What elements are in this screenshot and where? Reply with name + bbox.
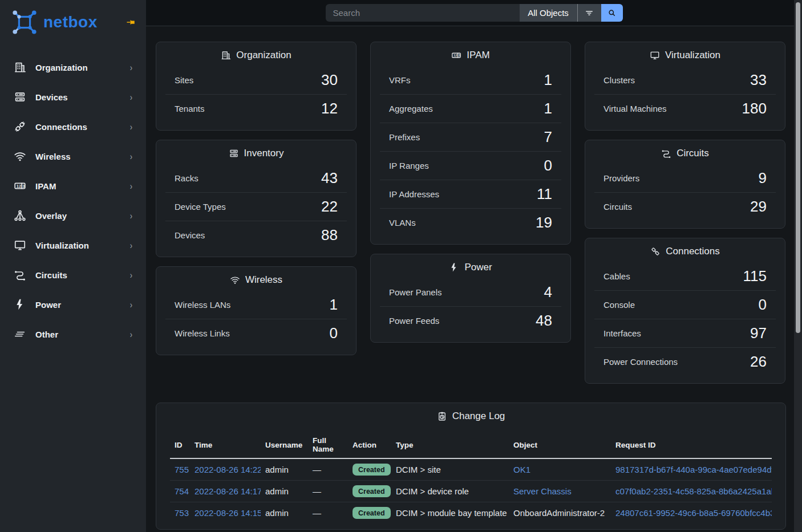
change-object-link[interactable]: Server Chassis [513, 486, 572, 496]
stat-list: Sites 30 Tenants 12 [156, 66, 356, 130]
stat-label: Power Feeds [389, 316, 439, 326]
wifi-icon [230, 275, 240, 285]
stat-row-device-types[interactable]: Device Types 22 [165, 192, 347, 221]
chevron-right-icon: › [130, 329, 132, 340]
stat-row-virtual-machines[interactable]: Virtual Machines 180 [594, 94, 776, 123]
card-title: Circuits [677, 148, 709, 159]
changelog-header: Change Log [156, 403, 785, 427]
dashboard-column-2: IPAM VRFs 1 Aggregates 1 Prefixes 7 [370, 42, 571, 384]
stat-row-sites[interactable]: Sites 30 [165, 66, 347, 94]
search-filter-button[interactable] [577, 4, 601, 22]
stat-row-circuits[interactable]: Circuits 29 [594, 192, 776, 221]
stat-row-vlans[interactable]: VLANs 19 [380, 208, 561, 237]
card-title: Virtualization [665, 50, 720, 61]
search-scope-dropdown[interactable]: All Objects [520, 4, 577, 22]
card-title: Inventory [244, 148, 284, 159]
chevron-right-icon: › [130, 151, 132, 162]
card-title: Power [464, 262, 492, 273]
sidebar-item-devices[interactable]: Devices › [0, 82, 146, 112]
transit-connection-icon [661, 148, 671, 159]
chevron-right-icon: › [130, 92, 132, 103]
search-input[interactable] [326, 4, 520, 22]
stat-label: Console [603, 300, 635, 310]
stat-list: Racks 43 Device Types 22 Devices 88 [156, 164, 356, 257]
change-id-link[interactable]: 754 [175, 486, 189, 496]
stat-row-providers[interactable]: Providers 9 [594, 164, 776, 192]
change-time-link[interactable]: 2022-08-26 14:17 [195, 486, 261, 496]
sidebar-item-power[interactable]: Power › [0, 290, 146, 319]
stat-row-console[interactable]: Console 0 [594, 290, 776, 319]
sidebar-item-circuits[interactable]: Circuits › [0, 260, 146, 290]
sidebar-item-ipam[interactable]: IPAM › [0, 171, 146, 201]
stat-label: Wireless LANs [175, 300, 230, 310]
sidebar-item-overlay[interactable]: Overlay › [0, 201, 146, 230]
sidebar-item-label: Organization [35, 63, 88, 72]
change-id-link[interactable]: 755 [175, 465, 189, 474]
stat-list: Clusters 33 Virtual Machines 180 [585, 66, 785, 130]
stat-row-interfaces[interactable]: Interfaces 97 [594, 319, 776, 347]
change-object-link[interactable]: OK1 [513, 465, 530, 474]
dashboard-column-3: Virtualization Clusters 33 Virtual Machi… [585, 42, 785, 384]
sidebar-item-wireless[interactable]: Wireless › [0, 141, 146, 171]
stat-value: 26 [750, 354, 767, 369]
col-header-object: Object [509, 432, 611, 458]
stat-row-aggregates[interactable]: Aggregates 1 [380, 94, 561, 123]
col-header-action: Action [348, 432, 391, 458]
stat-value: 0 [544, 158, 552, 173]
card-header: IPAM [371, 42, 570, 66]
stat-value: 30 [321, 72, 338, 88]
sidebar-item-virtualization[interactable]: Virtualization › [0, 230, 146, 260]
stat-row-power-connections[interactable]: Power Connections 26 [594, 347, 776, 376]
stat-row-cables[interactable]: Cables 115 [594, 262, 776, 290]
stat-row-power-panels[interactable]: Power Panels 4 [380, 278, 561, 306]
change-time-link[interactable]: 2022-08-26 14:15 [195, 508, 261, 518]
stat-row-wireless-lans[interactable]: Wireless LANs 1 [165, 291, 347, 319]
change-requestid-link[interactable]: c07f0ab2-2351-4c58-825a-8b6a2425a1ab [615, 486, 772, 496]
stat-row-devices[interactable]: Devices 88 [165, 221, 347, 249]
stat-label: Power Connections [603, 357, 678, 367]
stat-row-wireless-links[interactable]: Wireless Links 0 [165, 319, 347, 347]
stat-label: Virtual Machines [603, 104, 667, 113]
stat-label: Circuits [603, 202, 632, 212]
sidebar-item-label: Overlay [35, 211, 67, 221]
change-requestid-link[interactable]: 9817317d-b67f-440a-99ca-4ae07ede94df [615, 465, 772, 474]
search-submit-button[interactable] [601, 4, 623, 22]
stat-value: 115 [743, 269, 767, 284]
change-username: admin [265, 486, 289, 496]
changelog-row: 754 2022-08-26 14:17 admin — Created DCI… [170, 481, 772, 502]
sidebar-item-connections[interactable]: Connections › [0, 112, 146, 141]
brand-name: netbox [43, 13, 98, 31]
change-username: admin [265, 508, 289, 518]
stat-row-tenants[interactable]: Tenants 12 [165, 94, 347, 123]
card-organization: Organization Sites 30 Tenants 12 [156, 42, 357, 131]
stat-row-vrfs[interactable]: VRFs 1 [380, 66, 561, 94]
stat-label: Sites [175, 75, 193, 85]
sidebar-item-other[interactable]: Other › [0, 319, 146, 349]
change-type: DCIM > device role [396, 486, 469, 496]
stat-row-prefixes[interactable]: Prefixes 7 [380, 123, 561, 151]
stat-value: 19 [536, 215, 552, 230]
change-id-link[interactable]: 753 [175, 508, 189, 518]
stat-label: Aggregates [389, 104, 433, 113]
cable-icon [650, 246, 661, 257]
stat-row-racks[interactable]: Racks 43 [165, 164, 347, 192]
card-connections: Connections Cables 115 Console 0 Interfa… [585, 238, 785, 384]
scrollbar-thumb[interactable] [796, 2, 800, 333]
stat-row-clusters[interactable]: Clusters 33 [594, 66, 776, 94]
stat-row-ip-ranges[interactable]: IP Ranges 0 [380, 151, 561, 180]
stat-label: Devices [175, 230, 205, 240]
change-time-link[interactable]: 2022-08-26 14:22 [195, 465, 261, 474]
page-scrollbar[interactable] [794, 0, 802, 532]
brand[interactable]: netbox [0, 0, 146, 43]
action-badge: Created [353, 464, 391, 476]
changelog-row: 753 2022-08-26 14:15 admin — Created DCI… [170, 502, 772, 524]
pin-sidebar-icon[interactable] [125, 17, 136, 27]
sidebar-item-organization[interactable]: Organization › [0, 52, 146, 82]
stat-row-ip-addresses[interactable]: IP Addresses 11 [380, 180, 561, 208]
chevron-right-icon: › [130, 210, 132, 221]
counter-icon [14, 180, 26, 192]
stat-row-power-feeds[interactable]: Power Feeds 48 [380, 306, 561, 335]
change-requestid-link[interactable]: 24807c61-9952-49c6-b8a5-69760bfcc4b3 [615, 508, 772, 518]
transit-connection-icon [14, 269, 26, 281]
search-group: All Objects [326, 4, 623, 22]
